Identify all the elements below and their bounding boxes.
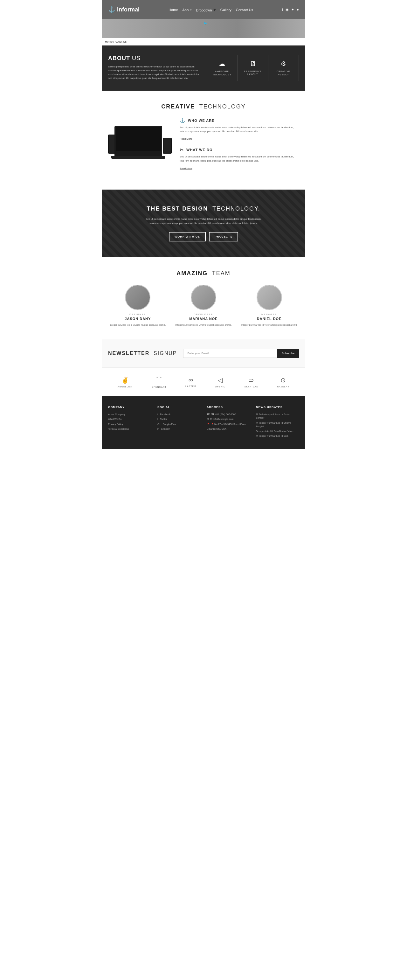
brands-section: ✌ ANGELLIST ⌒ OPENCART ∞ LASTFM ◁ OPENID… [102,368,305,396]
feature-responsive: 🖥 RESPONSIVELAYOUT [237,55,269,81]
best-design-description: Sed ut perspiciatis unde omnis natus err… [143,217,264,226]
brand-openid: ◁ OPENID [215,376,226,388]
ravelry-label: RAVELRY [277,385,289,388]
cta-buttons: Work With Us Projects [108,232,299,242]
avatar-mariana [191,285,216,310]
nav-contact[interactable]: Contact Us [236,8,253,12]
main-nav: Home About Dropdown ▾ Gallery Contact Us [169,7,253,13]
avatar-mariana-img [191,285,216,310]
cloud-icon: ☁ [219,60,225,67]
footer-address-city: Urbanist City, USA [207,427,250,431]
header: ⚓ Informal Home About Dropdown ▾ Gallery… [102,0,305,19]
team-section: AMAZING TEAM DESIGNER JASON DANY Integer… [102,257,305,339]
footer-terms[interactable]: Terms & Conditions [108,427,151,431]
nav-dropdown[interactable]: Dropdown [196,8,212,12]
brand-angellist: ✌ ANGELLIST [118,376,133,388]
team-member-2: DEVELOPER MARIANA NOE Integer pulvinar l… [174,285,234,327]
footer-googleplus[interactable]: G+ · Google-Plus [157,422,200,426]
newsletter-title: NEWSLETTER SIGNUP [108,350,177,356]
nav-gallery[interactable]: Gallery [220,8,232,12]
team-title: AMAZING TEAM [108,270,299,277]
feature-responsive-label: RESPONSIVELAYOUT [244,70,262,76]
devices-mockup [108,118,172,156]
about-description: Sed ut perspiciatis unde omnis natus err… [108,65,200,80]
footer: COMPANY About Company What We Do Privacy… [102,396,305,449]
opencart-icon: ⌒ [156,375,162,384]
team-member-1: DESIGNER JASON DANY Integer pulvinar leo… [108,285,168,327]
extra-social-icon[interactable]: ● [297,8,299,12]
breadcrumb: Home / About Us [102,38,305,46]
avatar-jason-img [126,285,150,310]
laptop-screen [116,127,161,151]
best-design-section: THE BEST DESIGN TECHNOLOGY. Sed ut persp… [102,189,305,257]
ravelry-icon: ⊙ [280,376,286,384]
newsletter-form: Subscribe [183,349,299,358]
footer-linkedin[interactable]: in · LinkedIn [157,427,200,431]
footer-address: ADDRESS ☎ ☎ +01 (234) 567-8500 ✉ ✉ info@… [207,406,250,439]
nav-about[interactable]: About [183,8,192,12]
brand-ravelry: ⊙ RAVELRY [277,376,289,388]
footer-what-we-do[interactable]: What We Do [108,417,151,421]
footer-facebook[interactable]: f · Facebook [157,412,200,416]
about-text: ABOUT US Sed ut perspiciatis unde omnis … [108,55,200,80]
phone-device [163,138,172,154]
footer-news-4: ✉ Integer Pulvinar Leo Id Sed. [256,434,299,438]
team-grid: DESIGNER JASON DANY Integer pulvinar leo… [108,285,299,327]
desc-daniel: Integer pulvinar leo id viverra feugiat … [241,323,297,327]
feature-agency-label: CREATIVEAGENCY [277,70,290,76]
social-icons: f ◉ ✦ ● [282,8,299,12]
footer-address-street: 📍 📍 No.27 – 3549436 Street Floor, [207,422,250,426]
desc-jason: Integer pulvinar leo id viverra feugiat … [110,323,166,327]
what-we-do: ✂ WHAT WE DO Sed ut perspiciatis unde om… [180,147,299,170]
email-input[interactable] [183,349,277,358]
who-read-more[interactable]: Read More [180,137,192,140]
scissors-icon: ✂ [180,147,184,152]
creative-tech-title: CREATIVE TECHNOLOGY [108,103,299,110]
brands-grid: ✌ ANGELLIST ⌒ OPENCART ∞ LASTFM ◁ OPENID… [108,375,299,388]
logo-text: Informal [117,6,140,13]
footer-company-title: COMPANY [108,406,151,409]
work-with-us-button[interactable]: Work With Us [169,232,206,242]
footer-company: COMPANY About Company What We Do Privacy… [108,406,151,439]
anchor-icon: ⚓ [108,6,115,13]
breadcrumb-separator: / [113,40,114,43]
feature-technology: ☁ AWESOMETECHNOLOGY [207,55,238,81]
location-icon: 📍 [207,422,210,426]
footer-news-1: ✉ Pellentesque Libero Ur Justo, Semper [256,412,299,420]
creative-content: ⚓ WHO WE ARE Sed ut perspiciatis unde om… [108,118,299,177]
footer-about-company[interactable]: About Company [108,412,151,416]
who-description: Sed ut perspiciatis unde omnis natus err… [180,126,299,134]
projects-button[interactable]: Projects [209,232,238,242]
laptop-device [114,126,162,156]
skyatlas-label: SKYATLAS [245,385,258,388]
bird-decoration: 🐦 [204,22,207,25]
best-design-title: THE BEST DESIGN TECHNOLOGY. [108,205,299,212]
footer-privacy[interactable]: Privacy Policy [108,422,151,426]
role-mariana: DEVELOPER [194,313,213,315]
breadcrumb-home[interactable]: Home [105,40,113,43]
about-title: ABOUT US [108,55,200,62]
nav-links: Home About Dropdown ▾ Gallery Contact Us [169,7,253,13]
facebook-icon[interactable]: f [282,8,283,12]
brand-lastfm: ∞ LASTFM [185,376,196,387]
footer-social: SOCIAL f · Facebook t · Twitter G+ · Goo… [157,406,200,439]
footer-email: ✉ ✉ info@example.com [207,417,250,421]
phone-icon: ☎ [207,412,210,416]
avatar-jason [125,285,150,310]
lastfm-icon: ∞ [189,376,193,383]
footer-twitter[interactable]: t · Twitter [157,417,200,421]
name-daniel: DANIEL DOE [257,317,282,321]
email-icon: ✉ [207,417,209,421]
team-member-3: MANAGER DANIEL DOE Integer pulvinar leo … [239,285,299,327]
subscribe-button[interactable]: Subscribe [277,349,299,358]
feature-technology-label: AWESOMETECHNOLOGY [213,70,232,76]
openid-icon: ◁ [218,376,223,384]
instagram-icon[interactable]: ◉ [286,8,289,12]
nav-home[interactable]: Home [169,8,178,12]
footer-news-title: NEWS UPDATES [256,406,299,409]
twitter-icon[interactable]: ✦ [291,8,294,12]
angellist-label: ANGELLIST [118,385,133,388]
logo[interactable]: ⚓ Informal [108,6,140,13]
what-read-more[interactable]: Read More [180,167,192,170]
hero-image: 🐦 [102,19,305,38]
